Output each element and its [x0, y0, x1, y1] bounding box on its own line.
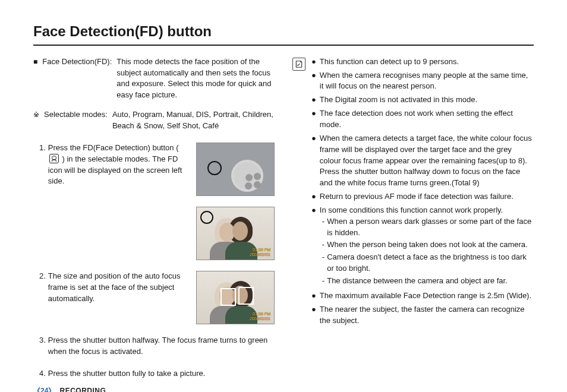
note-subtext: When the person being taken does not loo…: [327, 239, 528, 251]
note-subtext: Camera doesn't detect a face as the brig…: [327, 252, 534, 274]
left-column: ■ Face Detection(FD): This mode detects …: [33, 56, 275, 382]
note-subitem: -The distance between the camera and obj…: [320, 276, 534, 287]
note-item: ●Return to previous AF mode if face dete…: [311, 191, 534, 203]
step-text: 3. Press the shutter button halfway. The…: [33, 335, 275, 358]
face-detection-icon: [49, 154, 59, 163]
intro-label: Face Detection(FD):: [42, 56, 112, 101]
timestamp-time: 01:00 PM: [253, 312, 270, 316]
note-text: In some conditions this function cannot …: [320, 206, 503, 214]
note-subitem: -When a person wears dark glasses or som…: [320, 216, 534, 239]
step: 01:00 PM 2008/02/01: [33, 207, 275, 260]
page-title: Face Detection(FD) button: [33, 21, 534, 46]
step-body: Press the shutter button halfway. The fo…: [48, 335, 275, 358]
intro-block: ■ Face Detection(FD): This mode detects …: [33, 56, 275, 101]
step-body-pre: Press the FD(Face Detection) button (: [48, 143, 179, 152]
note-item: ●The nearer the subject, the faster the …: [311, 304, 534, 327]
timestamp-date: 2008/02/01: [250, 252, 270, 257]
step: 2. The size and position of the auto foc…: [33, 271, 275, 324]
step-text: 4. Press the shutter button fully to tak…: [33, 368, 275, 380]
timestamp-overlay: 01:00 PM 2008/02/01: [250, 248, 270, 257]
notes-list: ●This function can detect up to 9 person…: [311, 56, 534, 382]
highlight-circle-icon: [207, 161, 222, 175]
step-body: Press the shutter button fully to take a…: [48, 368, 205, 380]
focus-frame-icon: [220, 288, 236, 306]
intro-text: This mode detects the face position of t…: [116, 56, 275, 101]
timestamp-date: 2008/02/01: [250, 317, 270, 321]
modes-block: ※ Selectable modes: Auto, Program, Manua…: [33, 109, 275, 132]
highlight-circle-icon: [200, 211, 213, 224]
timestamp-time: 01:00 PM: [253, 248, 270, 252]
note-sublist: -When a person wears dark glasses or som…: [320, 216, 534, 287]
note-item: ●When the camera recognises many people …: [311, 70, 534, 93]
note-text: When the camera recognises many people a…: [320, 70, 534, 93]
timestamp-overlay: 01:00 PM 2008/02/01: [250, 312, 270, 321]
note-item: ● In some conditions this function canno…: [311, 205, 534, 288]
note-subitem: -When the person being taken does not lo…: [320, 239, 534, 251]
step-body-post: ) in the selectable modes. The FD icon w…: [48, 154, 182, 186]
note-text: Return to previous AF mode if face detec…: [320, 191, 514, 203]
page-number-value: 24: [40, 387, 48, 392]
step-body: Press the FD(Face Detection) button ( ) …: [48, 143, 185, 196]
step-image-preview: 01:00 PM 2008/02/01: [196, 207, 275, 260]
step: 1. Press the FD(Face Detection) button (…: [33, 143, 275, 196]
note-subtext: When a person wears dark glasses or some…: [327, 216, 534, 239]
reference-mark-icon: ※: [33, 109, 39, 132]
page: Face Detection(FD) button ■ Face Detecti…: [0, 0, 567, 392]
note-text: This function can detect up to 9 persons…: [320, 56, 459, 68]
note-text: The nearer the subject, the faster the c…: [320, 304, 534, 327]
step-number: 1.: [33, 143, 46, 196]
note-text: The Digital zoom is not activated in thi…: [320, 94, 477, 106]
note-subitem: -Camera doesn't detect a face as the bri…: [320, 252, 534, 274]
steps-list: 1. Press the FD(Face Detection) button (…: [33, 143, 275, 380]
step-number: 2.: [33, 271, 46, 324]
page-number: 《24》: [33, 387, 55, 392]
page-footer: 《24》_RECORDING: [33, 386, 534, 392]
note-item: ●When the camera detects a target face, …: [311, 133, 534, 189]
note-text: When the camera detects a target face, t…: [320, 133, 534, 189]
note-subtext: The distance between the camera and obje…: [327, 276, 508, 287]
note-text: The maximum available Face Detection ran…: [320, 290, 531, 302]
note-item: ●The maximum available Face Detection ra…: [311, 290, 534, 302]
right-column: ●This function can detect up to 9 person…: [292, 56, 534, 382]
square-bullet-icon: ■: [33, 56, 37, 101]
note-icon: [292, 58, 305, 71]
modes-label: Selectable modes:: [44, 109, 108, 132]
content-columns: ■ Face Detection(FD): This mode detects …: [33, 56, 534, 382]
modes-text: Auto, Program, Manual, DIS, Portrait, Ch…: [112, 109, 275, 132]
step-text: 1. Press the FD(Face Detection) button (…: [33, 143, 185, 196]
step: 3. Press the shutter button halfway. The…: [33, 335, 275, 358]
section-name: _RECORDING: [55, 387, 106, 392]
step-image-focus: 01:00 PM 2008/02/01: [196, 271, 275, 324]
step-number: 3.: [33, 335, 46, 358]
focus-frame-icon: [238, 287, 254, 305]
note-text: The face detection does not work when se…: [320, 108, 534, 131]
step-text: 2. The size and position of the auto foc…: [33, 271, 185, 324]
note-item: ●This function can detect up to 9 person…: [311, 56, 534, 68]
note-item: ●The face detection does not work when s…: [311, 108, 534, 131]
step: 4. Press the shutter button fully to tak…: [33, 368, 275, 380]
step-text: [33, 207, 185, 260]
note-item: ●The Digital zoom is not activated in th…: [311, 94, 534, 106]
step-body: The size and position of the auto focus …: [48, 271, 185, 324]
step-number: 4.: [33, 368, 46, 380]
step-image-camera: [196, 143, 275, 196]
